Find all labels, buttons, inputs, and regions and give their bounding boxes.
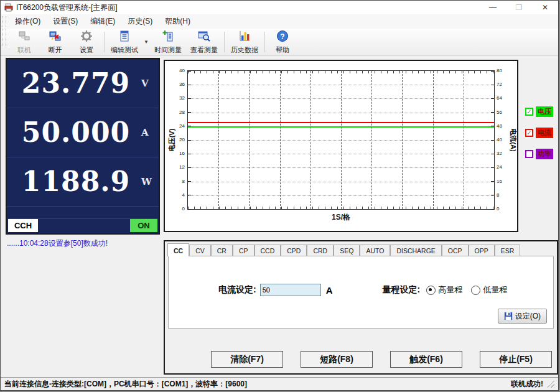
tab-discharge[interactable]: DISCHARGE	[390, 245, 441, 256]
chart-legend: ✓ 电压 ✓ 电流 功率	[525, 106, 559, 170]
tab-cc[interactable]: CC	[167, 243, 189, 256]
tab-cr[interactable]: CR	[211, 245, 233, 256]
menu-edit[interactable]: 编辑(E)	[84, 14, 121, 29]
y-tick-label-right: 32	[497, 151, 510, 156]
help-icon: ?	[276, 30, 289, 45]
y-tick-left	[188, 209, 191, 210]
restore-button[interactable]: ❐	[506, 1, 532, 14]
y-tick-right	[491, 112, 494, 113]
menu-settings[interactable]: 设置(S)	[47, 14, 84, 29]
output-state-badge: ON	[130, 219, 157, 232]
voltage-legend-label: 电压	[536, 106, 553, 117]
current-set-input[interactable]	[260, 284, 321, 296]
high-range-radio[interactable]	[426, 286, 436, 295]
status-bar: 当前连接信息-连接类型:[COM]，PC机串口号：[COM1]，波特率：[960…	[1, 377, 558, 390]
tab-opp[interactable]: OPP	[469, 245, 495, 256]
menu-operation[interactable]: 操作(O)	[9, 14, 47, 29]
mode-badge: CCH	[8, 219, 38, 232]
toolbar-separator	[224, 32, 225, 52]
y-tick-left	[188, 195, 191, 195]
gridline-horizontal	[188, 182, 494, 182]
y-tick-label-right: 8	[497, 193, 510, 198]
app-icon	[4, 3, 13, 12]
time-measure-icon	[162, 30, 174, 45]
action-button-row: 清除(F7) 短路(F8) 触发(F6) 停止(F5)	[165, 351, 557, 367]
y-tick-right	[491, 98, 494, 99]
tab-crd[interactable]: CRD	[307, 245, 334, 256]
电压-series-line	[188, 126, 494, 128]
edit-test-icon	[118, 30, 131, 45]
y-tick-label-right: 64	[497, 96, 510, 101]
edit-test-button[interactable]: 编辑测试	[106, 29, 142, 55]
current-row: 50.000 A	[7, 108, 159, 157]
connection-status: 联机成功!	[511, 379, 554, 390]
gridline-horizontal	[188, 98, 494, 99]
measurement-display: 23.779 V 50.000 A 1188.9 W CCH ON	[6, 58, 160, 235]
gridline-horizontal	[188, 195, 494, 196]
dropdown-arrow-icon[interactable]: ▼	[144, 39, 149, 45]
connect-icon	[18, 30, 30, 45]
control-panel: CC CV CR CP CCD CPD CRD SEQ AUTO DISCHAR…	[164, 240, 558, 375]
tab-ocp[interactable]: OCP	[442, 245, 469, 256]
toolbar-separator	[264, 32, 265, 52]
y-tick-right	[491, 85, 494, 85]
menu-help[interactable]: 帮助(H)	[159, 14, 197, 29]
resize-grip-icon[interactable]	[547, 380, 554, 388]
close-button[interactable]: ✕	[532, 1, 558, 14]
toolbar-label: 设置	[80, 45, 93, 55]
y-tick-label-left: 8	[172, 179, 185, 184]
y-tick-left	[188, 85, 191, 85]
tab-cv[interactable]: CV	[189, 245, 211, 256]
legend-item-power: 功率	[525, 149, 559, 159]
power-row: 1188.9 W	[7, 157, 159, 207]
low-range-label: 低量程	[483, 284, 507, 296]
current-value: 50.000	[11, 119, 141, 146]
status-log-message: ......10:04:28设置参[50]数成功!	[7, 238, 160, 249]
tab-ccd[interactable]: CCD	[254, 245, 281, 256]
trigger-button[interactable]: 触发(F6)	[390, 351, 462, 368]
minimize-button[interactable]: —	[480, 1, 506, 14]
menu-history[interactable]: 历史(S)	[121, 14, 159, 29]
toolbar-label: 查看测量	[190, 45, 218, 55]
y-tick-left	[188, 98, 191, 99]
disconnect-button[interactable]: 断开	[40, 29, 71, 55]
voltage-checkbox[interactable]: ✓	[525, 108, 533, 116]
y-tick-left	[188, 167, 191, 168]
power-unit: W	[141, 176, 155, 187]
y-tick-label-left: 12	[172, 165, 185, 170]
clear-button[interactable]: 清除(F7)	[211, 351, 283, 368]
y-tick-label-left: 40	[172, 68, 185, 73]
y-tick-label-left: 24	[172, 124, 185, 129]
connect-button[interactable]: 联机	[9, 29, 40, 55]
toolbar: 联机 断开 设置	[1, 29, 558, 56]
low-range-radio[interactable]	[471, 286, 480, 295]
short-button[interactable]: 短路(F8)	[301, 351, 373, 368]
voltage-row: 23.779 V	[7, 59, 159, 108]
tab-auto[interactable]: AUTO	[360, 245, 390, 256]
tab-cp[interactable]: CP	[233, 245, 254, 256]
save-icon	[504, 312, 513, 320]
toolbar-label: 断开	[49, 45, 62, 55]
y-tick-label-right: 56	[497, 110, 510, 115]
app-window: IT66200负载管理系统-[主界面] — ❐ ✕ 操作(O) 设置(S) 编辑…	[0, 0, 559, 391]
time-measure-button[interactable]: 时间测量	[150, 29, 186, 55]
tab-cpd[interactable]: CPD	[281, 245, 307, 256]
y-tick-label-right: 40	[497, 138, 510, 142]
view-measure-button[interactable]: 查看测量	[186, 29, 222, 55]
current-checkbox[interactable]: ✓	[525, 129, 533, 137]
high-range-label: 高量程	[438, 284, 462, 296]
power-checkbox[interactable]	[525, 150, 533, 158]
settings-button[interactable]: 设置	[71, 29, 102, 55]
plot-area: 电压(V) 电流(A) 1S/格 04812162024283236400816…	[187, 70, 495, 210]
history-data-button[interactable]: 历史数据	[226, 29, 263, 55]
y-tick-right	[491, 209, 494, 210]
gridline-horizontal	[188, 85, 494, 85]
gridline-horizontal	[188, 140, 494, 141]
voltage-unit: V	[141, 78, 155, 89]
stop-button[interactable]: 停止(F5)	[480, 351, 552, 368]
help-button[interactable]: ? 帮助	[267, 29, 298, 55]
y-tick-left	[188, 112, 191, 113]
tab-seq[interactable]: SEQ	[334, 245, 360, 256]
set-button[interactable]: 设定(O)	[498, 309, 547, 324]
tab-esr[interactable]: ESR	[495, 245, 521, 256]
